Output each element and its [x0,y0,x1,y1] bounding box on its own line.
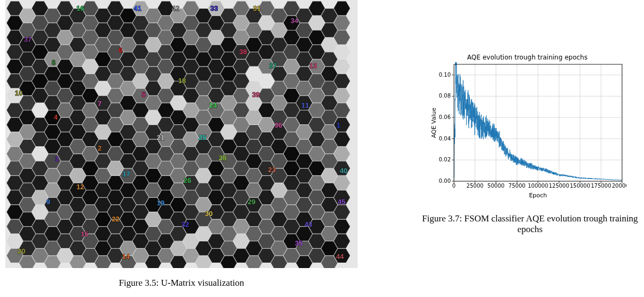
umatrix-caption: Figure 3.5: U-Matrix visualization [5,278,358,288]
umatrix-label: 40 [340,167,347,175]
umatrix-label: 39 [252,91,260,99]
aqe-chart: AQE evolution trough training epochs 025… [428,54,626,204]
umatrix-figure: 1641423331343763882713181053972411436121… [5,0,358,288]
umatrix-label: 1 [336,121,340,129]
y-tick-label: 0.04 [439,136,451,142]
umatrix-label: 21 [157,133,164,142]
umatrix-label: 22 [112,215,119,223]
umatrix-label: 26 [184,176,191,184]
umatrix-label: 30 [205,210,213,218]
umatrix-label: 44 [336,253,344,261]
umatrix-svg: 1641423331343763882713181053972411436121… [5,0,358,268]
umatrix-label: 31 [253,4,261,12]
umatrix-label: 33 [210,4,218,12]
x-tick-label: 75000 [509,183,526,189]
umatrix-label: 35 [295,239,302,247]
umatrix-label: 14 [122,253,130,261]
umatrix-label: 42 [172,4,179,12]
y-axis-label: AQE Value [430,107,437,138]
umatrix-label: 18 [178,77,186,85]
aqe-figure: AQE evolution trough training epochs 025… [418,54,642,235]
umatrix-label: 45 [338,198,345,206]
x-tick-label: 150000 [570,183,590,189]
y-tick-label: 0.10 [439,72,451,78]
umatrix-plot: 1641423331343763882713181053972411436121… [5,0,358,268]
umatrix-label: 5 [141,91,145,99]
umatrix-label: 19 [157,199,164,207]
y-tick-label: 0.06 [439,114,451,120]
umatrix-label: 32 [181,220,189,228]
umatrix-label: 34 [291,17,299,25]
umatrix-label: 3 [55,155,58,163]
x-tick-label: 100000 [528,183,548,189]
umatrix-label: 7 [97,100,101,108]
y-tick-label: 0.08 [439,93,451,99]
umatrix-label: 20 [18,247,25,255]
y-tick-label: 0.00 [439,178,451,184]
umatrix-label: 6 [118,46,122,54]
umatrix-label: 2 [97,144,101,152]
umatrix-label: 36 [275,121,282,129]
umatrix-label: 11 [301,101,309,109]
umatrix-label: 16 [77,4,84,12]
umatrix-label: 24 [209,101,217,109]
umatrix-label: 27 [269,62,277,70]
x-axis-label: Epoch [529,192,547,199]
x-tick-label: 0 [452,183,456,189]
x-tick-label: 200000 [612,183,626,189]
umatrix-label: 43 [305,220,312,228]
umatrix-label: 23 [268,166,276,174]
x-tick-label: 125000 [549,183,569,189]
umatrix-label: 28 [219,154,226,162]
aqe-caption: Figure 3.7: FSOM classifier AQE evolutio… [418,213,642,235]
umatrix-label: 25 [199,133,206,142]
figure-page: 1641423331343763882713181053972411436121… [0,0,644,297]
y-tick-label: 0.02 [439,157,451,162]
umatrix-label: 15 [81,230,88,238]
umatrix-label: 38 [239,48,247,56]
umatrix-label: 41 [134,4,141,12]
umatrix-label: 12 [77,183,84,191]
aqe-chart-title: AQE evolution trough training epochs [428,54,626,61]
umatrix-label: 9 [46,198,50,206]
umatrix-label: 13 [309,62,317,70]
x-tick-label: 25000 [466,183,483,189]
umatrix-label: 4 [54,113,58,121]
aqe-svg: 0250005000075000100000125000150000175000… [428,61,626,201]
x-tick-label: 50000 [488,183,505,189]
umatrix-label: 37 [24,35,32,43]
umatrix-label: 8 [51,58,55,66]
umatrix-label: 10 [15,89,22,97]
x-tick-label: 175000 [591,183,611,189]
umatrix-label: 29 [248,198,255,206]
umatrix-label: 17 [123,170,130,178]
